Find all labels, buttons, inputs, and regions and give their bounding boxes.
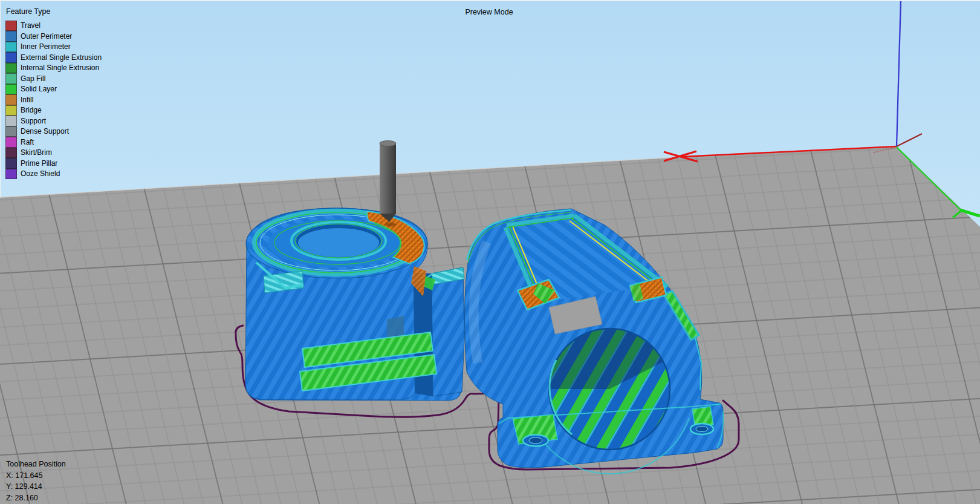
legend-item: Bridge	[5, 105, 102, 116]
legend-swatch-outer-perimeter	[5, 31, 17, 42]
part-right-right-tab	[690, 407, 713, 434]
legend-item: Ooze Shield	[5, 169, 102, 180]
legend-item-label: Dense Support	[21, 127, 69, 136]
legend-item: Solid Layer	[5, 84, 102, 95]
legend-item-label: Bridge	[21, 106, 42, 115]
legend-item-label: Gap Fill	[21, 74, 45, 83]
legend-item: Prime Pillar	[5, 159, 102, 169]
legend-item: Gap Fill	[5, 74, 102, 85]
legend-swatch-skirt-brim	[5, 148, 17, 159]
legend-item: Support	[5, 116, 102, 127]
window-top-edge	[0, 0, 980, 1]
legend-item-label: Prime Pillar	[21, 159, 57, 168]
legend-item: External Single Extrusion	[5, 53, 102, 64]
toolhead-position-x: X: 171.645	[6, 470, 66, 482]
legend-swatch-support	[5, 116, 17, 126]
legend-item-label: Skirt/Brim	[21, 148, 52, 157]
legend-item: Skirt/Brim	[5, 148, 102, 159]
legend-swatch-gap-fill	[5, 73, 17, 84]
legend-swatch-dense-support	[5, 126, 17, 137]
legend-item-label: Solid Layer	[21, 85, 57, 94]
legend-swatch-inner-perimeter	[5, 42, 17, 53]
legend-swatch-bridge	[5, 105, 17, 116]
legend-item: Raft	[5, 137, 102, 148]
detail-stroke	[529, 437, 542, 443]
legend-swatch-prime-pillar	[5, 158, 17, 169]
legend-item: Internal Single Extrusion	[5, 63, 102, 74]
legend-swatch-travel	[5, 21, 17, 31]
toolhead-cylinder	[380, 143, 396, 214]
legend-swatch-raft	[5, 137, 17, 148]
toolhead-top	[380, 141, 396, 146]
preview-mode-label: Preview Mode	[450, 8, 528, 17]
legend-swatch-internal-single-extrusion	[5, 63, 17, 74]
legend-item: Inner Perimeter	[5, 42, 102, 53]
legend-swatch-ooze-shield	[5, 169, 17, 180]
legend-item: Dense Support	[5, 126, 102, 137]
legend-item-label: Inner Perimeter	[21, 42, 71, 51]
legend-item-label: External Single Extrusion	[21, 53, 102, 62]
legend-item-label: Support	[21, 117, 46, 126]
legend-item: Travel	[5, 21, 102, 31]
legend-item-label: Travel	[21, 21, 41, 30]
toolhead-position-y: Y: 129.414	[6, 481, 66, 493]
legend-item: Outer Perimeter	[5, 31, 102, 42]
legend-item-label: Outer Perimeter	[21, 32, 72, 41]
legend-swatch-external-single-extrusion	[5, 52, 17, 63]
toolhead-position-title: Toolhead Position	[6, 459, 66, 470]
feature-type-legend: Feature Type Travel Outer Perimeter Inne…	[5, 7, 102, 180]
window-left-edge	[0, 0, 1, 197]
detail-stroke	[696, 427, 708, 432]
toolhead-position-readout: Toolhead Position X: 171.645 Y: 129.414 …	[6, 459, 66, 503]
legend-title: Feature Type	[6, 7, 102, 16]
legend-swatch-solid-layer	[5, 84, 17, 95]
legend-item-label: Infill	[21, 96, 33, 105]
part-left-flange	[432, 267, 464, 396]
legend-item-label: Ooze Shield	[21, 169, 60, 178]
toolhead-shadow	[385, 223, 396, 227]
toolhead	[380, 141, 396, 227]
legend-item: Infill	[5, 95, 102, 106]
legend-item-label: Internal Single Extrusion	[21, 64, 99, 73]
part-left-hole-wall	[298, 228, 379, 257]
legend-item-label: Raft	[21, 138, 34, 147]
preview-3d-viewport[interactable]	[0, 0, 980, 504]
legend-swatch-infill	[5, 94, 17, 105]
toolhead-position-z: Z: 28.160	[6, 493, 66, 504]
